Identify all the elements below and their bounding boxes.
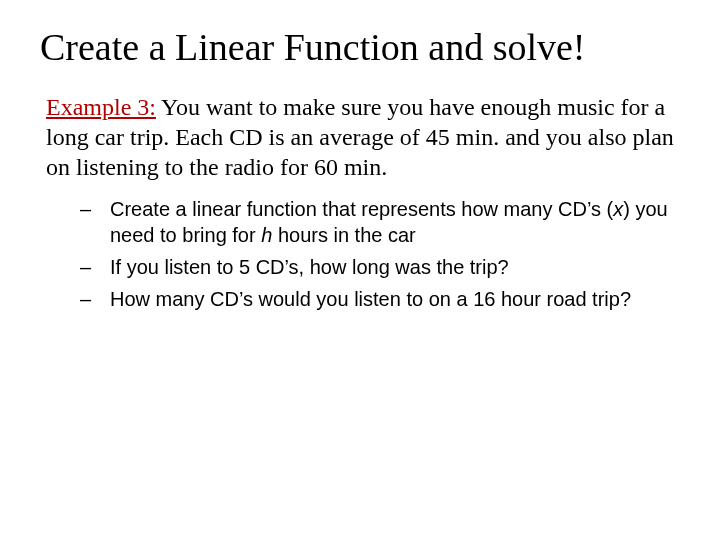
bullet-text: If you listen to 5 CD’s, how long was th… <box>110 256 509 278</box>
slide: Create a Linear Function and solve! Exam… <box>0 0 720 540</box>
bullet-text: Create a linear function that represents… <box>110 198 613 220</box>
slide-title: Create a Linear Function and solve! <box>40 26 680 70</box>
list-item: If you listen to 5 CD’s, how long was th… <box>80 254 680 280</box>
list-item: Create a linear function that represents… <box>80 196 680 248</box>
variable-x: x <box>613 198 623 220</box>
bullet-text: hours in the car <box>272 224 415 246</box>
example-label: Example 3: <box>46 94 156 120</box>
sub-bullet-list: Create a linear function that represents… <box>80 196 680 312</box>
variable-h: h <box>261 224 272 246</box>
bullet-text: How many CD’s would you listen to on a 1… <box>110 288 631 310</box>
list-item: How many CD’s would you listen to on a 1… <box>80 286 680 312</box>
example-body: Example 3: You want to make sure you hav… <box>46 92 680 182</box>
